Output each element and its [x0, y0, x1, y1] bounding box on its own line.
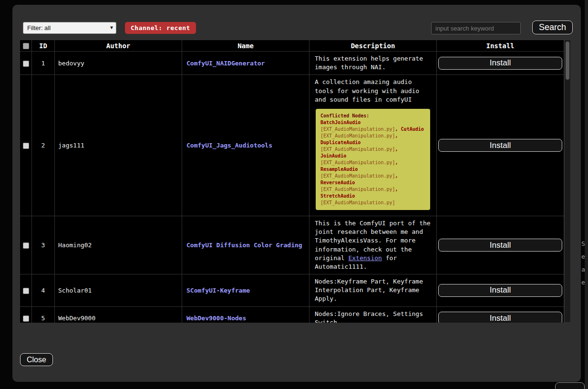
- row-description: Nodes:Keyframe Part, Keyframe Interpolat…: [309, 274, 437, 307]
- row-author: WebDev9000: [55, 306, 182, 323]
- conflict-node-name: ResampleAudio: [320, 167, 358, 172]
- background-partial-button[interactable]: [555, 382, 585, 389]
- row-description: Nodes:Ignore Braces, Settings Switch.: [309, 306, 437, 323]
- background-edge-text: Seae: [581, 237, 588, 289]
- conflict-node-name: CutAudio: [401, 126, 424, 132]
- close-button[interactable]: Close: [20, 353, 53, 366]
- install-button[interactable]: Install: [438, 57, 562, 70]
- header-install: Install: [437, 40, 564, 52]
- header-name: Name: [182, 40, 309, 52]
- row-description: This is the ComfyUI port of the joint re…: [309, 216, 437, 274]
- table-header-row: ID Author Name Description Install: [20, 40, 564, 52]
- search-input[interactable]: [431, 22, 521, 34]
- description-link[interactable]: Extension: [348, 254, 382, 262]
- table-row: 4 Scholar01 SComfyUI-Keyframe Nodes:Keyf…: [20, 274, 564, 307]
- conflict-node-name: JoinAudio: [320, 153, 346, 158]
- conflict-node-name: DuplicateAudio: [320, 140, 361, 145]
- header-id: ID: [32, 40, 55, 52]
- row-name-link[interactable]: ComfyUI_NAIDGenerator: [186, 60, 265, 67]
- conflict-items: BatchJoinAudio [EXT_AudioManipulation.py…: [320, 119, 425, 206]
- row-author: Haoming02: [55, 216, 182, 274]
- row-author: bedovyy: [55, 52, 182, 75]
- conflict-node-source: [EXT_AudioManipulation.py]: [320, 133, 395, 138]
- row-description-text: Nodes:Ignore Braces, Settings Switch.: [315, 310, 431, 323]
- conflict-node-name: ReverseAudio: [320, 180, 355, 185]
- row-install-cell: Install: [437, 306, 564, 323]
- select-all-header: [20, 40, 32, 52]
- search-button[interactable]: Search: [532, 21, 573, 34]
- table-scrollbar-thumb[interactable]: [566, 42, 569, 80]
- custom-nodes-table-area: ID Author Name Description Install 1 bed…: [20, 40, 571, 323]
- channel-badge: Channel: recent: [125, 22, 196, 34]
- table-viewport: ID Author Name Description Install 1 bed…: [20, 40, 564, 323]
- row-description: This extension helps generate images thr…: [309, 52, 437, 75]
- row-name-link[interactable]: ComfyUI Diffusion Color Grading: [186, 242, 302, 249]
- row-check-cell: [20, 306, 32, 323]
- row-name-cell: ComfyUI_Jags_Audiotools: [182, 75, 309, 216]
- conflict-node-source: [EXT_AudioManipulation.py]: [320, 126, 395, 132]
- row-install-cell: Install: [437, 216, 564, 274]
- conflict-node-name: StretchAudio: [320, 193, 355, 199]
- install-button[interactable]: Install: [438, 312, 562, 323]
- row-install-cell: Install: [437, 75, 564, 216]
- row-name-cell: ComfyUI Diffusion Color Grading: [182, 216, 309, 274]
- table-body: 1 bedovyy ComfyUI_NAIDGenerator This ext…: [20, 52, 564, 323]
- row-check-cell: [20, 75, 32, 216]
- install-button[interactable]: Install: [438, 139, 562, 152]
- row-checkbox[interactable]: [23, 288, 29, 294]
- row-name-cell: ComfyUI_NAIDGenerator: [182, 52, 309, 75]
- select-all-checkbox[interactable]: [23, 43, 29, 49]
- row-name-link[interactable]: WebDev9000-Nodes: [186, 315, 246, 322]
- table-scrollbar-track[interactable]: [564, 40, 571, 323]
- row-install-cell: Install: [437, 274, 564, 307]
- row-checkbox[interactable]: [23, 242, 29, 249]
- install-button[interactable]: Install: [438, 284, 562, 297]
- row-author: Scholar01: [55, 274, 182, 307]
- table-row: 3 Haoming02 ComfyUI Diffusion Color Grad…: [20, 216, 564, 274]
- row-id: 5: [32, 306, 55, 323]
- row-checkbox[interactable]: [23, 315, 29, 322]
- conflict-node-name: BatchJoinAudio: [320, 120, 361, 125]
- row-description-text: This extension helps generate images thr…: [315, 54, 431, 72]
- row-id: 2: [32, 75, 55, 216]
- row-id: 4: [32, 274, 55, 307]
- custom-nodes-table: ID Author Name Description Install 1 bed…: [20, 40, 564, 323]
- header-description: Description: [309, 40, 437, 52]
- table-row: 2 jags111 ComfyUI_Jags_Audiotools A coll…: [20, 75, 564, 216]
- table-row: 1 bedovyy ComfyUI_NAIDGenerator This ext…: [20, 52, 564, 75]
- row-check-cell: [20, 274, 32, 307]
- row-name-link[interactable]: ComfyUI_Jags_Audiotools: [186, 142, 272, 149]
- header-author: Author: [55, 40, 182, 52]
- conflict-node-source: [EXT_AudioManipulation.py]: [320, 200, 395, 205]
- row-check-cell: [20, 52, 32, 75]
- row-checkbox[interactable]: [23, 61, 29, 67]
- row-name-cell: WebDev9000-Nodes: [182, 306, 309, 323]
- conflict-node-source: [EXT_AudioManipulation.py]: [320, 160, 395, 165]
- filter-select-wrap: Filter: all ▼: [23, 22, 116, 34]
- table-row: 5 WebDev9000 WebDev9000-Nodes Nodes:Igno…: [20, 306, 564, 323]
- page-scrollbar[interactable]: [584, 0, 588, 389]
- conflict-title: Conflicted Nodes:: [320, 113, 425, 119]
- row-description: A collection amazing audio tools for wor…: [309, 75, 437, 216]
- row-name-link[interactable]: SComfyUI-Keyframe: [186, 287, 250, 294]
- install-button[interactable]: Install: [438, 239, 562, 252]
- row-check-cell: [20, 216, 32, 274]
- row-description-text: Nodes:Keyframe Part, Keyframe Interpolat…: [315, 277, 431, 304]
- row-description-text: A collection amazing audio tools for wor…: [315, 78, 431, 104]
- row-id: 1: [32, 52, 55, 75]
- conflict-node-source: [EXT_AudioManipulation.py]: [320, 187, 395, 192]
- row-author: jags111: [55, 75, 182, 216]
- conflict-node-source: [EXT_AudioManipulation.py]: [320, 173, 395, 179]
- row-name-cell: SComfyUI-Keyframe: [182, 274, 309, 307]
- row-description-text: This is the ComfyUI port of the joint re…: [315, 219, 431, 271]
- row-install-cell: Install: [437, 52, 564, 75]
- row-id: 3: [32, 216, 55, 274]
- conflict-box: Conflicted Nodes: BatchJoinAudio [EXT_Au…: [316, 109, 430, 210]
- conflict-node-source: [EXT_AudioManipulation.py]: [320, 147, 395, 152]
- row-checkbox[interactable]: [23, 143, 29, 149]
- filter-select[interactable]: Filter: all: [23, 22, 116, 34]
- install-custom-nodes-dialog: Filter: all ▼ Channel: recent Search ID …: [12, 5, 581, 382]
